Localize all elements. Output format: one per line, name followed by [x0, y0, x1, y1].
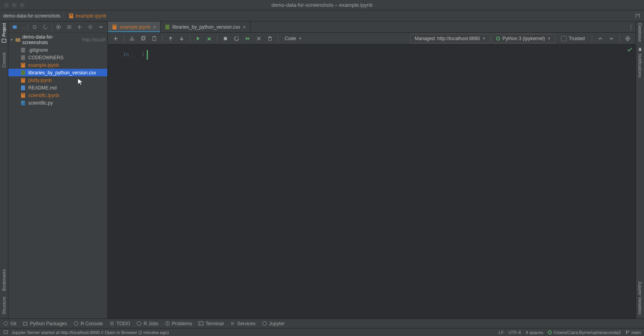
- todo-tool-button[interactable]: TODO: [109, 321, 130, 326]
- inspection-ok-icon[interactable]: [627, 47, 632, 52]
- file-tree-item[interactable]: scientific.ipynb: [8, 91, 107, 99]
- commit-tool-button[interactable]: Commit: [2, 52, 6, 68]
- svg-rect-40: [4, 331, 8, 334]
- divide-button[interactable]: [76, 23, 84, 31]
- todo-icon: [109, 321, 114, 326]
- restart-button[interactable]: [232, 34, 241, 43]
- paste-button[interactable]: [149, 34, 159, 43]
- editor-tab[interactable]: libraries_by_python_version.csv×: [161, 21, 250, 32]
- problems-tool-button[interactable]: Problems: [165, 321, 192, 326]
- cell-input[interactable]: [147, 50, 632, 60]
- terminal-icon: [198, 321, 204, 326]
- python-packages-tool-button[interactable]: Python Packages: [23, 321, 67, 326]
- run-all-button[interactable]: [243, 34, 252, 43]
- cell-type-selector[interactable]: Code ▼: [281, 34, 305, 43]
- breadcrumb-separator: 〉: [62, 12, 67, 19]
- editor-tab[interactable]: example.ipynb×: [108, 21, 161, 32]
- kernel-selector[interactable]: Python 3 (ipykernel) ▼: [492, 34, 555, 43]
- svg-rect-24: [165, 25, 169, 29]
- svg-rect-17: [21, 85, 25, 90]
- project-icon: [2, 38, 6, 43]
- open-browser-button[interactable]: [623, 34, 632, 43]
- trusted-checkbox[interactable]: [561, 36, 566, 41]
- notebook-cell[interactable]: In _ 1: [111, 50, 632, 60]
- file-name: scientific.py: [28, 100, 53, 106]
- close-window-button[interactable]: [4, 3, 9, 8]
- file-tree-item[interactable]: libraries_by_python_version.csv: [8, 69, 107, 76]
- variables-button[interactable]: [254, 34, 264, 43]
- r-jobs-tool-button[interactable]: R Jobs: [136, 321, 158, 326]
- project-root[interactable]: ▼ demo-data-for-screenshots http://local…: [8, 33, 107, 46]
- cut-button[interactable]: [127, 34, 137, 43]
- r-console-tool-button[interactable]: R Console: [74, 321, 103, 326]
- select-opened-file-button[interactable]: [31, 23, 39, 31]
- edit-external-button[interactable]: [634, 13, 641, 19]
- run-cell-button[interactable]: [193, 34, 203, 43]
- project-tool-button[interactable]: Project: [2, 23, 6, 43]
- move-up-button[interactable]: [166, 34, 175, 43]
- project-root-path: http://localh: [82, 37, 106, 43]
- file-tree-item[interactable]: CODEOWNERS: [8, 54, 107, 61]
- notebook-content[interactable]: In _ 1: [108, 45, 636, 319]
- minimize-window-button[interactable]: [12, 3, 17, 8]
- tab-close-button[interactable]: ×: [153, 24, 156, 30]
- breadcrumb-project[interactable]: demo-data-for-screenshots: [3, 13, 60, 19]
- bookmarks-tool-button[interactable]: Bookmarks: [2, 269, 6, 291]
- status-bar: Jupyter Server started at http://localho…: [0, 328, 644, 336]
- hide-button[interactable]: [97, 23, 105, 31]
- trusted-toggle[interactable]: Trusted: [557, 36, 589, 41]
- indent-widget[interactable]: 4 spaces: [526, 330, 543, 335]
- settings-button[interactable]: [86, 23, 95, 31]
- collapse-all-button[interactable]: [65, 23, 73, 31]
- play-icon: [195, 36, 201, 41]
- debug-cell-button[interactable]: [204, 34, 214, 43]
- project-view-selector[interactable]: [11, 23, 19, 31]
- jupyter-tool-button[interactable]: Jupyter: [262, 321, 285, 326]
- chevron-down-icon: ▼: [547, 37, 551, 41]
- notifications-tool-button[interactable]: Notifications: [638, 47, 642, 78]
- restart-icon: [234, 36, 239, 41]
- file-name: CODEOWNERS: [28, 55, 64, 60]
- add-cell-button[interactable]: [111, 34, 120, 43]
- collapse-up-button[interactable]: [596, 34, 605, 43]
- project-tree[interactable]: ▼ demo-data-for-screenshots http://local…: [8, 33, 107, 319]
- git-tool-button[interactable]: Git: [3, 321, 16, 326]
- fast-forward-icon: [245, 36, 250, 41]
- breadcrumb-file[interactable]: example.ipynb: [68, 13, 106, 19]
- expand-down-button[interactable]: [607, 34, 616, 43]
- window-controls: [4, 3, 25, 8]
- file-tree-item[interactable]: .gitignore: [8, 46, 107, 54]
- tabs-menu-button[interactable]: ⋮: [626, 21, 636, 32]
- services-tool-button[interactable]: Services: [230, 321, 256, 326]
- status-message[interactable]: Jupyter Server started at http://localho…: [12, 330, 169, 335]
- line-separator-widget[interactable]: LF: [499, 330, 504, 335]
- svg-rect-12: [21, 63, 25, 68]
- r-icon: [74, 321, 79, 326]
- file-tree-item[interactable]: README.md: [8, 84, 107, 91]
- file-name: .gitignore: [28, 47, 48, 53]
- svg-rect-1: [70, 14, 72, 15]
- copy-button[interactable]: [138, 34, 148, 43]
- encoding-widget[interactable]: UTF-8: [508, 330, 521, 335]
- file-tree-item[interactable]: scientific.py: [8, 99, 107, 107]
- maximize-window-button[interactable]: [20, 3, 25, 8]
- project-view-more[interactable]: …: [21, 25, 25, 29]
- interpreter-widget[interactable]: /Users/Ciara.Byrne/opt/anaconda3: [548, 330, 621, 335]
- clear-output-button[interactable]: [265, 34, 275, 43]
- move-down-button[interactable]: [177, 34, 186, 43]
- interrupt-button[interactable]: [221, 34, 230, 43]
- file-tree-item[interactable]: plotly.ipynb: [8, 76, 107, 84]
- terminal-tool-button[interactable]: Terminal: [198, 321, 223, 326]
- database-tool-button[interactable]: Database: [638, 23, 642, 42]
- tab-label: example.ipynb: [120, 24, 150, 30]
- svg-point-21: [22, 102, 23, 103]
- refresh-button[interactable]: [41, 23, 49, 31]
- git-branch-widget[interactable]: main: [625, 330, 641, 335]
- svg-point-36: [137, 322, 141, 326]
- structure-tool-button[interactable]: Structure: [2, 297, 6, 315]
- expand-all-button[interactable]: [54, 23, 63, 31]
- jupyter-variables-tool-button[interactable]: Jupyter Variables: [638, 281, 642, 315]
- tab-close-button[interactable]: ×: [242, 24, 246, 30]
- file-tree-item[interactable]: example.ipynb: [8, 61, 107, 69]
- jupyter-server-selector[interactable]: Managed: http://localhost:8890 ▼: [410, 34, 490, 43]
